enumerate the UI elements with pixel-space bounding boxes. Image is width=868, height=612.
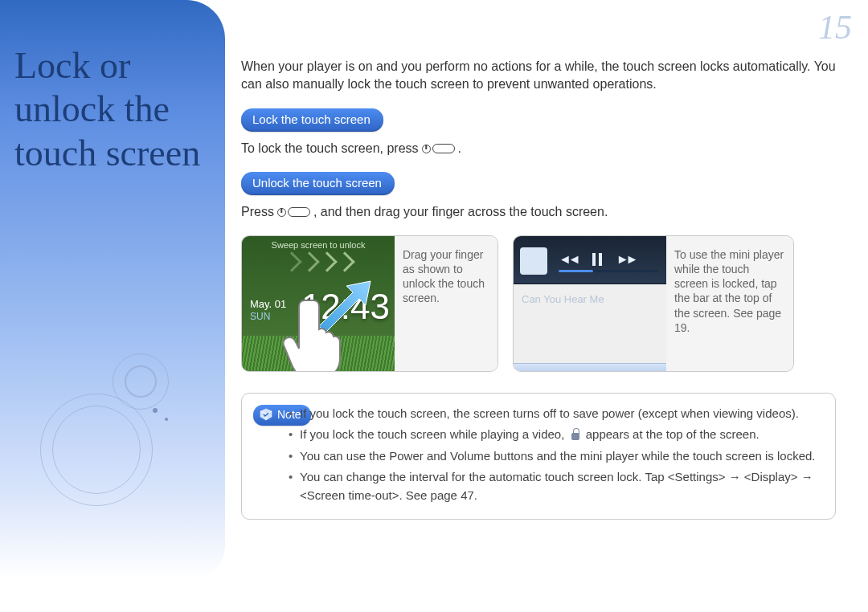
note-item: You can change the interval for the auto… — [289, 468, 819, 504]
lock-text-1: To lock the touch screen, press — [241, 140, 419, 157]
pause-icon — [592, 253, 602, 266]
clock-day: SUN — [250, 310, 270, 323]
chapter-sidebar: Lock or unlock the touch screen — [0, 0, 225, 578]
decorative-circles — [32, 353, 193, 530]
unlock-gesture-panel: Sweep screen to unlock 12:43 May. 01 SUN — [241, 235, 498, 372]
note-item: If you lock the touch screen while playi… — [289, 426, 819, 444]
intro-paragraph: When your player is on and you perform n… — [241, 58, 836, 92]
progress-bar — [559, 270, 658, 272]
main-content: When your player is on and you perform n… — [241, 0, 852, 520]
next-track-icon — [616, 251, 636, 268]
unlock-text-1: Press — [241, 203, 274, 221]
note-item: You can use the Power and Volume buttons… — [289, 447, 819, 466]
mini-player-panel: Can You Hear Me To use the mini player w… — [513, 235, 794, 372]
power-button-icon — [422, 144, 455, 153]
lockscreen-illustration: Sweep screen to unlock 12:43 May. 01 SUN — [242, 236, 395, 372]
unlock-text-2: , and then drag your finger across the t… — [313, 203, 608, 221]
note-cube-icon — [260, 408, 272, 421]
mini-player-bar — [514, 236, 666, 284]
hand-pointer-icon — [278, 296, 350, 372]
note-list: If you lock the touch screen, the screen… — [289, 405, 819, 505]
power-button-icon — [277, 207, 310, 217]
mini-player-illustration: Can You Hear Me — [514, 236, 666, 372]
mini-player-caption: To use the mini player while the touch s… — [666, 236, 793, 371]
lock-icon — [570, 427, 581, 440]
album-art-icon — [520, 247, 547, 275]
note-item: If you lock the touch screen, the screen… — [289, 405, 819, 423]
sweep-message: Sweep screen to unlock — [242, 236, 395, 251]
section-heading-unlock: Unlock the touch screen — [241, 172, 395, 195]
lock-text-2: . — [458, 140, 461, 157]
unlock-caption: Drag your finger as shown to unlock the … — [395, 236, 497, 371]
note-box: Note If you lock the touch screen, the s… — [241, 393, 836, 520]
track-title: Can You Hear Me — [522, 292, 604, 307]
scroll-handle — [514, 363, 666, 372]
section-heading-lock: Lock the touch screen — [241, 108, 383, 132]
unlock-paragraph: Press , and then drag your finger across… — [241, 203, 836, 221]
player-controls — [559, 251, 635, 268]
prev-track-icon — [559, 251, 578, 268]
illustration-row: Sweep screen to unlock 12:43 May. 01 SUN — [241, 235, 836, 372]
lock-paragraph: To lock the touch screen, press . — [241, 140, 836, 157]
chevron-indicator — [242, 255, 395, 269]
chapter-title: Lock or unlock the touch screen — [14, 44, 225, 175]
